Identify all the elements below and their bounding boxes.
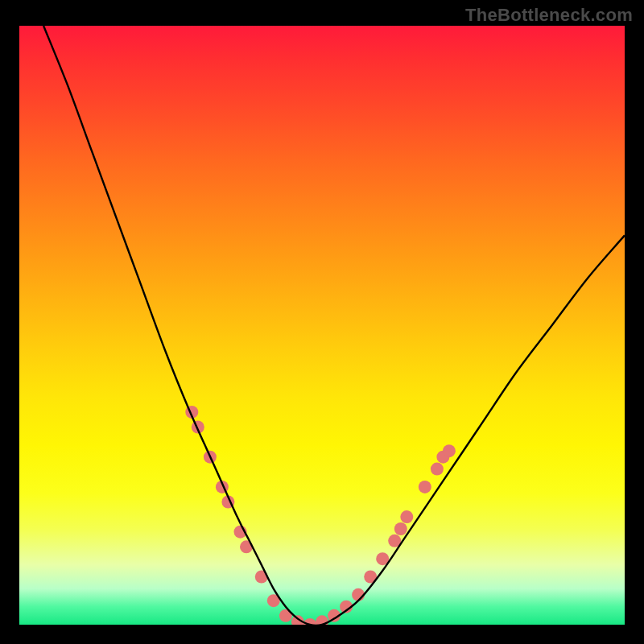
data-marker (419, 481, 431, 493)
data-markers (185, 406, 456, 625)
data-marker (394, 522, 407, 535)
watermark-text: TheBottleneck.com (465, 5, 633, 26)
data-marker (443, 444, 456, 457)
bottleneck-chart (19, 26, 625, 625)
data-marker (291, 615, 304, 625)
data-marker (400, 510, 413, 523)
data-marker (431, 463, 444, 476)
bottleneck-curve-line (43, 26, 625, 625)
